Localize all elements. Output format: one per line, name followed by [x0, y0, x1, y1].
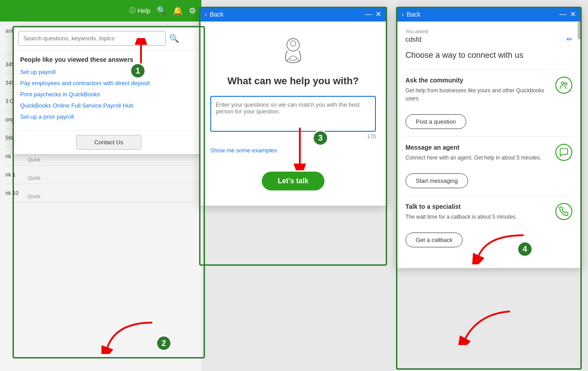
you-asked-query: cdsfd ✏ [405, 35, 572, 43]
show-examples-link[interactable]: Show me some examples [210, 147, 277, 154]
step-2-badge: 2 [156, 335, 172, 351]
link-direct-deposit[interactable]: Pay employees and contractors with direc… [20, 80, 197, 86]
connect-title: Choose a way to connect with us [405, 51, 572, 60]
you-asked-label: You asked [405, 29, 572, 34]
svg-point-1 [290, 41, 296, 46]
messaging-title: Message an agent [405, 144, 550, 151]
help-circle-icon: ⓘ [129, 7, 136, 15]
community-section: Ask the community Get help from business… [405, 77, 572, 107]
community-icon [555, 77, 572, 94]
panel3-body: You asked cdsfd ✏ Choose a way to connec… [396, 22, 581, 268]
divider [405, 136, 572, 137]
help-button[interactable]: ⓘ Help [129, 7, 150, 15]
community-title: Ask the community [405, 77, 550, 84]
settings-icon[interactable]: ⚙ [189, 6, 196, 16]
back-chevron-icon: ‹ [205, 11, 207, 18]
panel-body: People like you viewed these answers Set… [13, 51, 205, 130]
chat-icon [555, 144, 572, 161]
specialist-title: Talk to a specialist [405, 203, 550, 210]
close-button[interactable]: ✕ [193, 35, 199, 42]
link-fullservice-hub[interactable]: QuickBooks Online Full Service Payroll H… [20, 102, 197, 109]
char-count: 170 [367, 134, 376, 140]
messaging-desc: Connect here with an agent. Get help in … [405, 154, 550, 162]
step-3-badge: 3 [312, 130, 328, 146]
close-button[interactable]: ✕ [375, 11, 381, 18]
arrow-5 [456, 305, 519, 345]
specialist-desc: The wait time for a callback is about 5 … [405, 213, 550, 221]
panel2-header: ‹ Back — ✕ [200, 7, 387, 22]
post-question-button[interactable]: Post a question [405, 114, 466, 129]
search-input[interactable] [18, 31, 166, 46]
minimize-button[interactable]: — [365, 11, 372, 18]
table-row: nk 1 Quick [5, 166, 196, 184]
panel2-body: What can we help you with? 170 Show me s… [200, 22, 387, 206]
panel-footer: Contact Us [13, 130, 205, 154]
community-desc: Get help from businesses like yours and … [405, 86, 550, 103]
svg-line-3 [286, 58, 290, 61]
minimize-button[interactable]: — [559, 11, 567, 18]
lets-talk-button[interactable]: Let's talk [262, 172, 325, 190]
back-label: Back [210, 11, 224, 18]
svg-line-4 [297, 58, 300, 61]
minimize-button[interactable]: — [183, 35, 190, 42]
svg-point-5 [562, 82, 564, 85]
step-1-badge: 1 [130, 63, 146, 79]
svg-point-6 [565, 83, 567, 86]
table-row: nk 10 Quick [5, 184, 196, 203]
panel3-header: ‹ Back — ✕ [396, 7, 581, 22]
svg-point-0 [287, 39, 299, 51]
search-icon[interactable]: 🔍 [157, 6, 166, 16]
agent-icon [277, 35, 309, 66]
divider [405, 195, 572, 196]
start-messaging-button[interactable]: Start messaging [405, 173, 468, 188]
edit-icon[interactable]: ✏ [567, 35, 572, 43]
scrollbar-thumb[interactable] [578, 22, 581, 39]
search-submit-button[interactable]: 🔍 [169, 34, 179, 43]
svg-point-2 [290, 56, 297, 60]
section-title: People like you viewed these answers [20, 56, 197, 63]
link-prior-payroll[interactable]: Set up a prior payroll [20, 113, 197, 120]
callback-section: Talk to a specialist The wait time for a… [405, 203, 572, 225]
help-topic-panel: ‹ Back — ✕ What can we help you with? 17… [199, 7, 387, 206]
get-callback-button[interactable]: Get a callback [405, 233, 463, 247]
close-button[interactable]: ✕ [570, 11, 576, 18]
qb-header: ⓘ Help 🔍 🔔 ⚙ [0, 0, 201, 22]
contact-us-button[interactable]: Contact Us [76, 135, 141, 150]
divider [405, 69, 572, 69]
link-setup-payroll[interactable]: Set up payroll [20, 69, 197, 75]
panel2-title: What can we help you with? [227, 75, 358, 87]
search-area: 🔍 — ✕ [13, 26, 205, 51]
phone-icon [555, 203, 572, 220]
question-textarea[interactable] [210, 96, 376, 132]
messaging-section: Message an agent Connect here with an ag… [405, 144, 572, 166]
contact-options-panel: ‹ Back — ✕ You asked cdsfd ✏ Choose a wa… [396, 7, 582, 268]
link-print-paychecks[interactable]: Print paychecks in QuickBooks [20, 91, 197, 98]
back-chevron-icon: ‹ [402, 11, 404, 18]
bell-icon[interactable]: 🔔 [173, 6, 183, 16]
back-label: Back [407, 11, 421, 18]
step-4-badge: 4 [517, 241, 533, 257]
help-search-panel: 🔍 — ✕ People like you viewed these answe… [13, 26, 205, 155]
